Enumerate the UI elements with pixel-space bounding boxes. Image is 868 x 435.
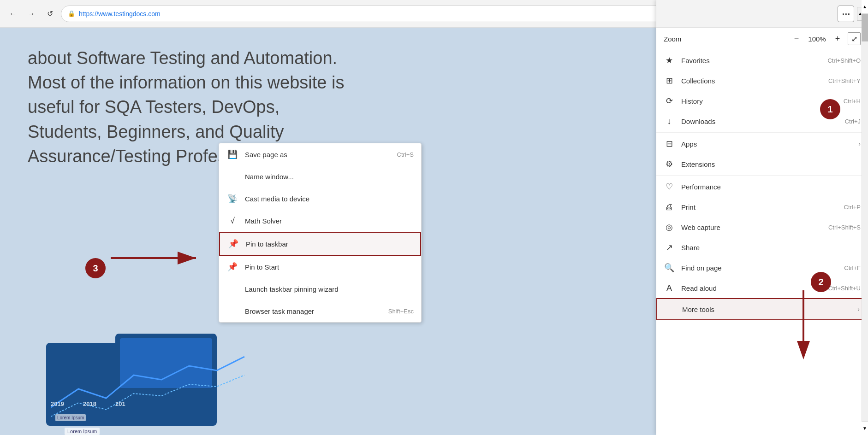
menu-item-more-tools[interactable]: More tools› (656, 298, 868, 320)
share-label: Share (681, 244, 861, 252)
menu-item-share[interactable]: ↗Share (656, 237, 868, 258)
cast-media-ctx-icon: 📡 (226, 193, 238, 205)
context-item-pin-taskbar[interactable]: 📌Pin to taskbar (219, 232, 421, 256)
context-item-pin-start[interactable]: 📌Pin to Start (219, 256, 421, 278)
extensions-icon: ⚙ (664, 159, 675, 170)
find-on-page-icon: 🔍 (664, 262, 675, 273)
name-window-ctx-icon (226, 170, 238, 182)
apps-icon: ⊟ (664, 138, 675, 149)
more-tools-arrow: › (857, 306, 860, 313)
menu-item-extensions[interactable]: ⚙Extensions (656, 154, 868, 174)
zoom-label: Zoom (664, 35, 786, 43)
read-aloud-shortcut: Ctrl+Shift+U (828, 285, 861, 292)
context-item-name-window[interactable]: Name window... (219, 165, 421, 188)
menu-item-performance[interactable]: ♡Performance (656, 176, 868, 197)
context-item-browser-task[interactable]: Browser task managerShift+Esc (219, 300, 421, 322)
context-item-save-page-as[interactable]: 💾Save page asCtrl+S (219, 143, 421, 165)
zoom-minus-button[interactable]: − (790, 32, 803, 45)
edge-menu-items-container: ★FavoritesCtrl+Shift+O⊞CollectionsCtrl+S… (656, 50, 868, 320)
scrollbar-track: ▲ ▼ (862, 0, 868, 435)
print-label: Print (681, 203, 838, 211)
refresh-button[interactable]: ↺ (42, 6, 57, 21)
context-item-cast-media[interactable]: 📡Cast media to device (219, 188, 421, 210)
downloads-icon: ↓ (664, 116, 675, 127)
separator-after-extensions (656, 175, 868, 176)
save-page-as-ctx-shortcut: Ctrl+S (397, 151, 414, 158)
chart-svg (51, 343, 263, 426)
find-on-page-label: Find on page (681, 264, 838, 272)
pin-start-ctx-icon: 📌 (226, 261, 238, 273)
extensions-label: Extensions (681, 160, 861, 168)
menu-item-web-capture[interactable]: ◎Web captureCtrl+Shift+S (656, 217, 868, 237)
read-aloud-icon: A (664, 282, 675, 294)
pin-start-ctx-label: Pin to Start (245, 263, 414, 271)
print-icon: 🖨 (664, 201, 675, 212)
web-capture-label: Web capture (681, 223, 822, 231)
history-icon: ⟳ (664, 95, 675, 106)
annotation-circle-1: 1 (820, 99, 840, 119)
performance-label: Performance (681, 183, 861, 191)
math-solver-ctx-icon: √ (226, 215, 238, 227)
edge-menu: ⋯ ▲ 1 Zoom − 100% + ⤢ ★FavoritesCtrl+Shi… (656, 0, 868, 435)
save-page-as-ctx-icon: 💾 (226, 148, 238, 160)
dashboard-illustration: Lorem Ipsum Lorem Ipsum 2019 2018 201 (46, 306, 277, 435)
web-capture-shortcut: Ctrl+Shift+S (828, 224, 861, 231)
apps-arrow: › (858, 140, 861, 147)
scrollbar-thumb[interactable] (862, 14, 868, 41)
pin-taskbar-ctx-label: Pin to taskbar (246, 240, 413, 248)
scrollbar-up[interactable]: ▲ (862, 0, 868, 14)
performance-icon: ♡ (664, 181, 675, 192)
context-item-launch-wizard[interactable]: Launch taskbar pinning wizard (219, 278, 421, 300)
back-button[interactable]: ← (6, 6, 20, 21)
share-icon: ↗ (664, 242, 675, 253)
browser-task-ctx-label: Browser task manager (245, 307, 382, 315)
favorites-shortcut: Ctrl+Shift+O (827, 57, 861, 64)
menu-item-favorites[interactable]: ★FavoritesCtrl+Shift+O (656, 50, 868, 71)
context-item-math-solver[interactable]: √Math Solver (219, 210, 421, 232)
menu-item-find-on-page[interactable]: 🔍Find on pageCtrl+F (656, 258, 868, 278)
scrollbar-down[interactable]: ▼ (862, 421, 868, 435)
history-label: History (681, 97, 837, 105)
browser-task-ctx-icon (226, 305, 238, 317)
menu-item-collections[interactable]: ⊞CollectionsCtrl+Shift+Y (656, 71, 868, 91)
name-window-ctx-label: Name window... (245, 173, 414, 181)
collections-shortcut: Ctrl+Shift+Y (828, 77, 861, 84)
find-on-page-shortcut: Ctrl+F (844, 265, 861, 271)
zoom-value: 100% (807, 35, 827, 43)
favorites-label: Favorites (681, 57, 821, 65)
math-solver-ctx-label: Math Solver (245, 217, 414, 225)
context-menu: 💾Save page asCtrl+SName window...📡Cast m… (219, 143, 422, 323)
annotation-circle-3: 3 (85, 258, 106, 278)
menu-item-print[interactable]: 🖨PrintCtrl+P (656, 197, 868, 217)
three-dots-button[interactable]: ⋯ (838, 6, 854, 22)
zoom-expand-button[interactable]: ⤢ (848, 32, 861, 45)
cast-media-ctx-label: Cast media to device (245, 195, 414, 203)
web-capture-icon: ◎ (664, 222, 675, 233)
history-shortcut: Ctrl+H (844, 98, 861, 105)
zoom-plus-button[interactable]: + (831, 32, 844, 45)
zoom-row: Zoom − 100% + ⤢ (656, 28, 868, 50)
more-tools-label: More tools (682, 306, 851, 313)
save-page-as-ctx-label: Save page as (245, 151, 391, 159)
launch-wizard-ctx-icon (226, 283, 238, 295)
print-shortcut: Ctrl+P (844, 204, 861, 211)
menu-item-apps[interactable]: ⊟Apps› (656, 134, 868, 154)
forward-button[interactable]: → (24, 6, 39, 21)
annotation-circle-2: 2 (811, 272, 831, 292)
pin-taskbar-ctx-icon: 📌 (227, 238, 239, 250)
collections-icon: ⊞ (664, 75, 675, 86)
separator-after-downloads (656, 132, 868, 133)
browser-task-ctx-shortcut: Shift+Esc (388, 308, 414, 315)
collections-label: Collections (681, 77, 822, 85)
context-menu-items-container: 💾Save page asCtrl+SName window...📡Cast m… (219, 143, 421, 322)
menu-item-read-aloud[interactable]: ARead aloudCtrl+Shift+U (656, 278, 868, 298)
downloads-label: Downloads (681, 118, 838, 125)
favorites-icon: ★ (664, 55, 675, 66)
edge-menu-header: ⋯ ▲ (656, 0, 868, 28)
launch-wizard-ctx-label: Launch taskbar pinning wizard (245, 285, 414, 293)
more-tools-icon (665, 304, 676, 315)
downloads-shortcut: Ctrl+J (845, 118, 861, 125)
apps-label: Apps (681, 140, 852, 148)
read-aloud-label: Read aloud (681, 284, 821, 292)
lock-icon: 🔒 (68, 10, 75, 17)
